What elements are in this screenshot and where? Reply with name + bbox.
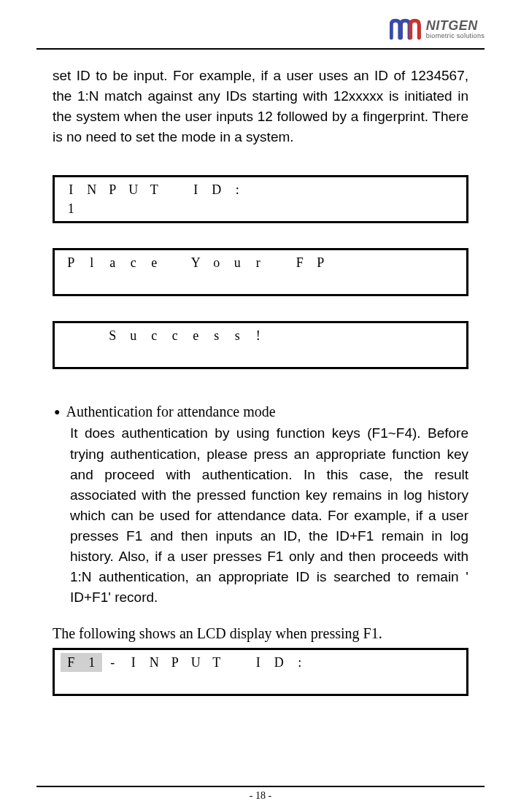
lcd-cell: : [227, 180, 248, 199]
bullet-title: Authentication for attendance mode [66, 401, 275, 422]
lcd-cell: c [165, 326, 186, 345]
lcd-cell: l [82, 253, 103, 272]
lcd-cell: u [227, 253, 248, 272]
lcd-input-id: INPUTID: 1 [53, 175, 468, 223]
lcd-cell: U [185, 653, 207, 672]
bullet-icon: ● [53, 401, 60, 422]
lcd-cell: U [123, 180, 144, 199]
lcd-row [61, 272, 460, 291]
lcd-cell: c [144, 326, 165, 345]
lcd-row [61, 345, 460, 364]
lcd-cell: P [61, 253, 82, 272]
intro-paragraph: set ID to be input. For example, if a us… [53, 66, 468, 147]
footer-rule [36, 786, 485, 787]
lcd-row: 1 [61, 199, 460, 218]
header-rule [36, 48, 485, 50]
brand-logo: NITGEN biometric solutions [390, 18, 485, 40]
lcd-cell: I [185, 180, 207, 199]
lcd-cell: P [165, 653, 186, 672]
lcd-cell: s [227, 326, 248, 345]
lcd-cell: ! [248, 326, 269, 345]
lcd-row: PlaceYourFP [61, 253, 460, 272]
lcd-cell: r [248, 253, 269, 272]
lcd-cell: o [207, 253, 228, 272]
lcd-cell: a [102, 253, 123, 272]
lcd-f1-input: F1-INPUTID: [53, 648, 468, 696]
lcd-cell: 1 [82, 653, 103, 672]
brand-name: NITGEN [426, 19, 485, 32]
lcd-cell: u [123, 326, 144, 345]
lcd-row: F1-INPUTID: [61, 653, 460, 672]
lcd-cell: T [207, 653, 228, 672]
page-number: - 18 - [36, 790, 485, 802]
lcd-cell: D [207, 180, 228, 199]
lcd-cell: I [248, 653, 269, 672]
lcd-cell: : [290, 653, 311, 672]
lcd-cell: S [102, 326, 123, 345]
lcd-cell: Y [185, 253, 207, 272]
lcd-cell: P [102, 180, 123, 199]
lcd-row: INPUTID: [61, 180, 460, 199]
lcd-cell: N [144, 653, 165, 672]
lcd-row: Success! [61, 326, 460, 345]
lcd-cell: e [144, 253, 165, 272]
lcd-row [61, 672, 460, 691]
lcd-cell: F [61, 653, 82, 672]
lcd-cell: e [185, 326, 207, 345]
lcd4-caption: The following shows an LCD display when … [53, 625, 468, 642]
lcd-cell: I [61, 180, 82, 199]
lcd-cell: s [207, 326, 228, 345]
lcd-cell: D [269, 653, 290, 672]
lcd-cell: N [82, 180, 103, 199]
lcd-success: Success! [53, 321, 468, 369]
lcd-cell: T [144, 180, 165, 199]
lcd-cell: P [310, 253, 331, 272]
lcd-place-fp: PlaceYourFP [53, 248, 468, 296]
lcd-cell: I [123, 653, 144, 672]
brand-subtitle: biometric solutions [426, 33, 485, 39]
nitgen-logo-icon [390, 18, 422, 40]
lcd-cell: F [290, 253, 311, 272]
bullet-body: It does authentication by using function… [70, 423, 468, 608]
page-header: NITGEN biometric solutions [36, 15, 485, 48]
lcd-cell: - [102, 653, 123, 672]
lcd-cell: 1 [61, 199, 82, 218]
lcd-cell: c [123, 253, 144, 272]
